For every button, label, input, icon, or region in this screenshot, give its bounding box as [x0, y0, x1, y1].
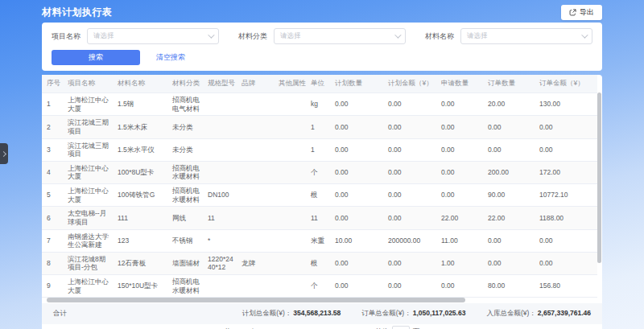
table-cell: 172.00 — [535, 161, 597, 183]
table-cell: 0.00 — [436, 116, 483, 138]
table-cell: 1188.00 — [535, 207, 597, 229]
table-cell: 0.00 — [383, 138, 436, 161]
table-cell — [274, 184, 306, 207]
export-icon — [569, 9, 576, 16]
export-button[interactable]: 导出 — [561, 5, 602, 20]
table-cell: 1.00 — [436, 252, 483, 274]
filter-select[interactable]: 请选择 — [87, 28, 219, 44]
filter-select[interactable]: 请选择 — [460, 28, 592, 44]
table-cell: 0.00 — [436, 275, 483, 298]
filter-label: 材料分类 — [238, 31, 267, 42]
table-cell: 龙牌 — [237, 252, 274, 274]
table-cell — [203, 116, 237, 138]
table-cell: 0.00 — [330, 252, 383, 274]
table-cell: 0.00 — [535, 229, 597, 252]
table-cell: 0.00 — [330, 93, 383, 116]
table-cell — [203, 275, 237, 298]
table-cell: 200.00 — [483, 161, 535, 183]
summary-row: 合计 计划总金额(¥)：354,568,213.58订单总金额(¥)：1,050… — [42, 303, 602, 324]
table-cell — [237, 138, 274, 161]
table-cell: * — [203, 229, 237, 252]
table-cell: 0.00 — [436, 93, 483, 116]
table-cell: 11 — [203, 207, 237, 229]
table-cell: 0.00 — [330, 207, 383, 229]
table-cell: 123 — [113, 229, 167, 252]
summary-totals: 计划总金额(¥)：354,568,213.58订单总金额(¥)：1,050,11… — [242, 309, 591, 319]
filter-item: 项目名称请选择 — [52, 28, 219, 44]
pagination: 共 1673 条 ‹ 123456···84 › 前往 页 — [42, 324, 602, 329]
goto-page: 前往 页 — [375, 326, 420, 329]
table-cell: 墙面辅材 — [167, 252, 203, 274]
clear-search-link[interactable]: 清空搜索 — [156, 52, 185, 63]
filter-row: 项目名称请选择材料分类请选择材料名称请选择 — [52, 28, 592, 44]
title-bar: 材料计划执行表 导出 — [42, 0, 602, 20]
sidebar-collapse-handle[interactable] — [0, 143, 8, 164]
chevron-down-icon — [581, 31, 588, 38]
filter-actions: 搜索 清空搜索 — [52, 50, 592, 65]
filter-label: 材料名称 — [425, 31, 454, 42]
table-cell — [203, 138, 237, 161]
table-cell: 0.00 — [383, 184, 436, 207]
vertical-scrollbar-track — [597, 93, 601, 329]
table-cell — [237, 229, 274, 252]
table-cell: 11 — [306, 207, 330, 229]
table-cell: 0.00 — [436, 161, 483, 183]
summary-total-value: 1,050,117,025.63 — [413, 309, 466, 317]
summary-total-item: 计划总金额(¥)：354,568,213.58 — [242, 309, 341, 319]
table-cell: 滨江花城三期项目 — [63, 138, 113, 161]
table-cell: 156.80 — [535, 275, 597, 298]
summary-label: 合计 — [53, 309, 67, 319]
table-row: 4上海松江中心大厦100*8U型卡招商机电水暖材料个0.000.000.0020… — [42, 161, 597, 183]
table-cell: 0.00 — [436, 138, 483, 161]
table-cell: 1.5米木床 — [113, 116, 167, 138]
table-cell: 1.5米水平仪 — [113, 138, 167, 161]
table-cell: 0.00 — [383, 252, 436, 274]
filter-label: 项目名称 — [52, 31, 80, 42]
table-cell: 上海松江中心大厦 — [63, 93, 113, 116]
table-cell — [274, 138, 306, 161]
table-cell: 150*10U型卡 — [113, 275, 167, 298]
table-row: 9上海松江中心大厦150*10U型卡招商机电水暖材料个0.000.000.008… — [42, 275, 597, 298]
table-cell: 上海松江中心大厦 — [63, 161, 113, 183]
main-content: 材料计划执行表 导出 项目名称请选择材料分类请选择材料名称请选择 搜索 清空搜索… — [42, 0, 602, 329]
summary-total-value: 2,657,339,761.46 — [538, 309, 591, 317]
goto-page-input[interactable] — [392, 326, 410, 329]
filter-item: 材料分类请选择 — [238, 28, 406, 44]
table-row: 5上海松江中心大厦100铸铁管G招商机电水暖材料DN100根0.000.000.… — [42, 184, 597, 207]
table-cell: 招商机电水暖材料 — [167, 184, 203, 207]
table-cell: 不锈钢 — [167, 229, 203, 252]
filter-select[interactable]: 请选择 — [274, 28, 406, 44]
column-header: 项目名称 — [63, 75, 113, 93]
table-cell: 80.00 — [483, 275, 535, 298]
table-cell: 0.00 — [535, 252, 597, 274]
search-button[interactable]: 搜索 — [52, 50, 140, 65]
table-cell — [274, 161, 306, 183]
table-cell: DN100 — [203, 184, 237, 207]
summary-total-item: 入库总金额(¥)：2,657,339,761.46 — [486, 309, 591, 319]
column-header: 规格型号 — [203, 75, 237, 93]
filter-panel: 项目名称请选择材料分类请选择材料名称请选择 搜索 清空搜索 — [42, 23, 602, 71]
export-button-label: 导出 — [580, 7, 594, 18]
table-cell: 个 — [306, 275, 330, 298]
column-header: 材料名称 — [113, 75, 167, 93]
table-cell: 上海松江中心大厦 — [63, 275, 113, 298]
table-cell: 0.00 — [483, 229, 535, 252]
table-cell: 滨江花城8期项目-分包 — [63, 252, 113, 274]
table-cell: 1 — [306, 116, 330, 138]
table-cell: 0.00 — [483, 138, 535, 161]
table-cell — [203, 161, 237, 183]
table-row: 8滨江花城8期项目-分包12石膏板墙面辅材1220*2440*12龙牌根0.00… — [42, 252, 597, 274]
report-table: 序号项目名称材料名称材料分类规格型号品牌其他属性单位计划数量计划金额（¥）申请数… — [42, 75, 597, 298]
column-header: 单位 — [306, 75, 330, 93]
vertical-scrollbar[interactable] — [597, 93, 601, 263]
table-cell: 11.00 — [436, 229, 483, 252]
table-cell: 个 — [306, 161, 330, 183]
table-cell: 未分类 — [167, 116, 203, 138]
table-cell — [274, 229, 306, 252]
horizontal-scrollbar[interactable] — [47, 298, 465, 302]
table-header-row: 序号项目名称材料名称材料分类规格型号品牌其他属性单位计划数量计划金额（¥）申请数… — [42, 75, 597, 93]
table-cell — [237, 116, 274, 138]
table-cell: 100*8U型卡 — [113, 161, 167, 183]
table-row: 6太空电梯--月球项目111网线11110.000.0022.0022.0011… — [42, 207, 597, 229]
table-cell: 滨江花城三期项目 — [63, 116, 113, 138]
